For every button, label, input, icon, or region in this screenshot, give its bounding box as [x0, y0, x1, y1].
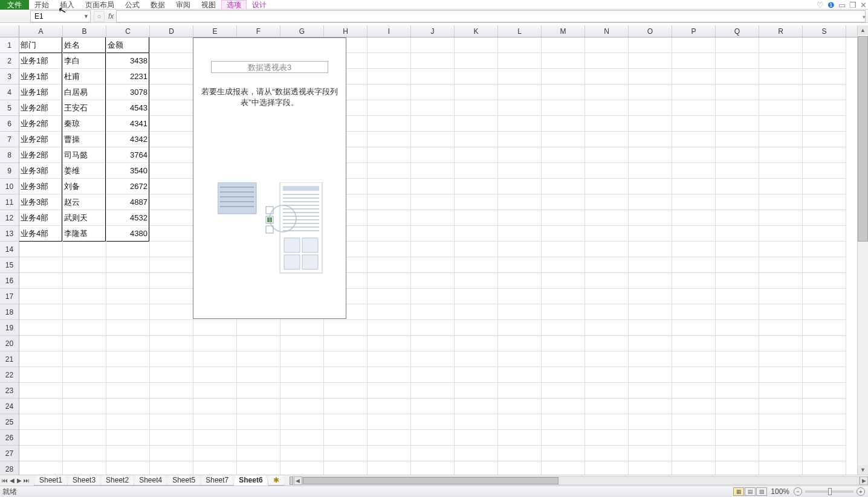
column-header-Q[interactable]: Q: [716, 25, 759, 37]
sheet-nav-first-icon[interactable]: ⏮: [1, 477, 8, 484]
column-header-G[interactable]: G: [280, 25, 324, 37]
row-header-15[interactable]: 15: [0, 257, 19, 273]
tab-design[interactable]: 设计: [247, 0, 272, 10]
sheet-tab-sheet7[interactable]: Sheet7: [200, 475, 234, 486]
sheet-tab-sheet6[interactable]: Sheet6: [233, 475, 268, 486]
zoom-slider[interactable]: [805, 490, 853, 493]
horizontal-scroll-thumb[interactable]: [303, 477, 559, 484]
zoom-value[interactable]: 100%: [771, 487, 789, 496]
cell-B1[interactable]: 姓名: [63, 37, 106, 53]
column-header-E[interactable]: E: [193, 25, 237, 37]
cell-B9[interactable]: 姜维: [63, 163, 106, 179]
row-header-25[interactable]: 25: [0, 414, 19, 430]
scroll-up-icon[interactable]: ▲: [858, 25, 868, 35]
zoom-slider-knob[interactable]: [828, 488, 832, 495]
tab-split-handle[interactable]: [290, 476, 293, 485]
column-header-A[interactable]: A: [19, 25, 63, 37]
row-header-22[interactable]: 22: [0, 367, 19, 383]
column-header-H[interactable]: H: [324, 25, 368, 37]
cell-B8[interactable]: 司马懿: [63, 147, 106, 163]
vertical-scroll-thumb[interactable]: [858, 36, 868, 242]
cell-C4[interactable]: 3078: [106, 85, 149, 100]
scroll-right-icon[interactable]: ▶: [860, 476, 868, 485]
cell-A4[interactable]: 业务1部: [19, 85, 62, 100]
row-header-24[interactable]: 24: [0, 399, 19, 414]
cell-B10[interactable]: 刘备: [63, 179, 106, 194]
row-header-11[interactable]: 11: [0, 194, 19, 210]
row-header-14[interactable]: 14: [0, 242, 19, 257]
sheet-nav-last-icon[interactable]: ⏭: [23, 477, 30, 484]
cell-B6[interactable]: 秦琼: [63, 116, 106, 132]
row-header-8[interactable]: 8: [0, 147, 19, 163]
cell-A9[interactable]: 业务3部: [19, 163, 62, 179]
cell-B2[interactable]: 李白: [63, 53, 106, 69]
cell-C10[interactable]: 2672: [106, 179, 149, 194]
tab-page-layout[interactable]: 页面布局: [80, 0, 120, 10]
tab-file[interactable]: 文件: [0, 0, 29, 10]
horizontal-scroll-track[interactable]: [302, 476, 860, 485]
close-icon[interactable]: ✕: [860, 1, 867, 10]
sheet-tab-sheet4[interactable]: Sheet4: [134, 475, 167, 486]
cell-B13[interactable]: 李隆基: [63, 226, 106, 242]
vertical-scrollbar[interactable]: ▲ ▼: [857, 25, 868, 475]
sheet-tab-sheet1[interactable]: Sheet1: [34, 475, 68, 486]
tab-data[interactable]: 数据: [145, 0, 170, 10]
cell-C6[interactable]: 4341: [106, 116, 149, 132]
column-header-D[interactable]: D: [150, 25, 193, 37]
column-header-J[interactable]: J: [411, 25, 455, 37]
column-header-P[interactable]: P: [672, 25, 716, 37]
zoom-out-button[interactable]: −: [794, 487, 802, 496]
cell-B7[interactable]: 曹操: [63, 132, 106, 147]
cell-C13[interactable]: 4380: [106, 226, 149, 242]
cell-A5[interactable]: 业务2部: [19, 100, 62, 116]
cells-area[interactable]: 数据透视表3 若要生成报表，请从“数据透视表字段列表”中选择字段。: [19, 37, 857, 475]
sheet-nav-next-icon[interactable]: ▶: [16, 477, 23, 484]
name-box[interactable]: E1 ▼: [30, 10, 91, 22]
view-page-layout-button[interactable]: ▤: [745, 487, 756, 496]
column-header-I[interactable]: I: [368, 25, 411, 37]
column-header-N[interactable]: N: [585, 25, 629, 37]
cancel-formula-button[interactable]: ○: [94, 11, 105, 22]
row-header-5[interactable]: 5: [0, 100, 19, 116]
sheet-tab-sheet3[interactable]: Sheet3: [67, 475, 101, 486]
row-header-6[interactable]: 6: [0, 116, 19, 132]
row-header-10[interactable]: 10: [0, 179, 19, 194]
column-header-S[interactable]: S: [803, 25, 846, 37]
tab-view[interactable]: 视图: [196, 0, 221, 10]
cell-A3[interactable]: 业务1部: [19, 69, 62, 85]
row-header-21[interactable]: 21: [0, 351, 19, 367]
cell-A13[interactable]: 业务4部: [19, 226, 62, 242]
cell-B12[interactable]: 武则天: [63, 210, 106, 226]
row-header-4[interactable]: 4: [0, 85, 19, 100]
row-header-18[interactable]: 18: [0, 304, 19, 320]
row-header-23[interactable]: 23: [0, 383, 19, 399]
minimize-icon[interactable]: ▭: [838, 1, 846, 10]
row-header-26[interactable]: 26: [0, 430, 19, 446]
cell-B5[interactable]: 王安石: [63, 100, 106, 116]
cell-A6[interactable]: 业务2部: [19, 116, 62, 132]
cell-C7[interactable]: 4342: [106, 132, 149, 147]
row-header-13[interactable]: 13: [0, 226, 19, 242]
column-header-O[interactable]: O: [629, 25, 672, 37]
restore-icon[interactable]: ❐: [849, 1, 857, 10]
tab-insert[interactable]: 插入: [54, 0, 80, 10]
scroll-down-icon[interactable]: ▼: [858, 465, 868, 475]
cell-C12[interactable]: 4532: [106, 210, 149, 226]
row-header-3[interactable]: 3: [0, 69, 19, 85]
column-header-C[interactable]: C: [106, 25, 150, 37]
row-header-20[interactable]: 20: [0, 336, 19, 351]
column-header-L[interactable]: L: [498, 25, 542, 37]
row-header-16[interactable]: 16: [0, 273, 19, 289]
scroll-left-icon[interactable]: ◀: [294, 476, 302, 485]
tab-options[interactable]: 选项: [221, 0, 247, 9]
cell-C5[interactable]: 4543: [106, 100, 149, 116]
sheet-tab-sheet5[interactable]: Sheet5: [167, 475, 201, 486]
cell-C1[interactable]: 金额: [106, 37, 149, 53]
fx-label[interactable]: fx: [108, 12, 114, 21]
cell-C2[interactable]: 3438: [106, 53, 149, 69]
cell-B11[interactable]: 赵云: [63, 194, 106, 210]
cell-A7[interactable]: 业务2部: [19, 132, 62, 147]
cell-A12[interactable]: 业务4部: [19, 210, 62, 226]
tab-home[interactable]: 开始: [29, 0, 54, 10]
cell-B4[interactable]: 白居易: [63, 85, 106, 100]
